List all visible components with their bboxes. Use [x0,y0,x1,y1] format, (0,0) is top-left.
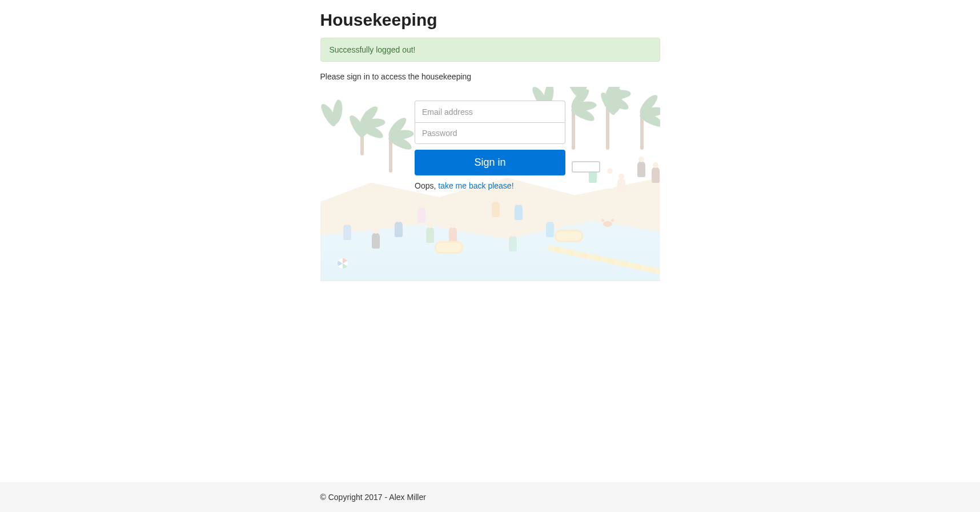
back-prefix: Oops, [415,181,438,190]
take-me-back-link[interactable]: take me back please! [438,181,513,190]
page-footer: © Copyright 2017 - Alex Miller [0,482,980,512]
logout-success-alert: Successfully logged out! [320,38,660,62]
hero-panel: Sign in Oops, take me back please! [320,87,660,281]
email-field[interactable] [415,101,565,122]
signin-button[interactable]: Sign in [415,150,565,175]
page-title: Housekeeping [320,10,660,30]
signin-instruction: Please sign in to access the housekeepin… [320,72,660,81]
signin-form: Sign in Oops, take me back please! [415,101,565,190]
back-line: Oops, take me back please! [415,181,565,190]
password-field[interactable] [415,122,565,144]
footer-copyright: © Copyright 2017 - Alex Miller [320,493,426,502]
